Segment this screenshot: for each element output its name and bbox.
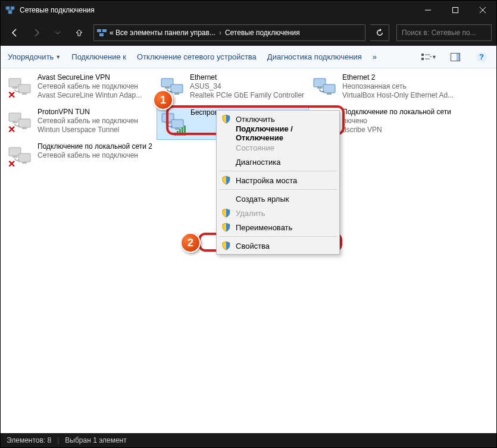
connection-item[interactable]: ✕ Avast SecureLine VPN Сетевой кабель не… [4,72,157,105]
disconnected-x-icon: ✕ [8,124,15,135]
wifi-signal-icon [174,126,186,136]
annotation-badge-1: 1 [153,90,173,110]
ctx-separator [219,189,337,190]
svg-rect-22 [327,93,332,95]
disconnected-x-icon: ✕ [8,89,15,101]
svg-rect-12 [12,87,17,89]
svg-rect-28 [165,122,170,124]
network-adapter-icon [160,108,188,137]
svg-rect-7 [421,54,424,56]
ctx-properties[interactable]: Свойства [218,239,338,253]
diagnose-button[interactable]: Диагностика подключения [267,52,362,61]
svg-rect-10 [457,54,460,61]
ctx-separator [219,171,337,171]
status-item-count: Элементов: 8 [7,436,51,444]
svg-rect-14 [22,93,27,95]
connection-device: VirtualBox Host-Only Ethernet Ad... [342,91,459,100]
titlebar: Сетевые подключения [1,1,496,20]
app-icon [5,5,15,15]
search-input[interactable]: Поиск в: Сетевые по... [396,24,492,41]
svg-rect-5 [102,29,107,32]
toolbar-more[interactable]: » [373,52,377,61]
close-button[interactable] [469,1,496,20]
connection-status: ASUS_34 [190,82,307,91]
svg-rect-25 [18,119,30,127]
connection-status: Сетевой кабель не подключен [37,151,154,160]
view-options-button[interactable]: ▼ [421,49,437,65]
ctx-connect-disconnect[interactable]: Подключение / Отключение [218,126,338,140]
breadcrumb[interactable]: « Все элементы панели управ... › Сетевые… [93,24,365,41]
ctx-rename[interactable]: Переименовать [218,220,338,234]
network-adapter-icon: ✕ [7,142,35,171]
status-selected: Выбран 1 элемент [65,436,126,444]
connection-device: Avast SecureLine Wintun Adap... [37,91,154,100]
ctx-bridge[interactable]: Настройка моста [218,173,338,187]
connection-status: Неопознанная сеть [342,82,459,91]
up-button[interactable] [70,23,89,42]
svg-rect-4 [97,29,101,32]
preview-pane-button[interactable] [448,49,463,65]
svg-rect-0 [6,7,10,10]
svg-rect-18 [174,93,179,95]
breadcrumb-current[interactable]: Сетевые подключения [225,29,300,37]
svg-rect-17 [171,84,183,93]
network-adapter-icon: ✕ [7,73,35,102]
disable-device-button[interactable]: Отключение сетевого устройства [137,52,257,61]
ctx-separator [219,236,337,237]
svg-rect-37 [18,153,30,162]
statusbar: Элементов: 8 | Выбран 1 элемент [1,433,496,447]
svg-rect-3 [453,8,458,13]
connection-item[interactable]: Ethernet ASUS_34 Realtek PCIe GbE Family… [157,72,309,105]
window-title: Сетевые подключения [20,6,414,14]
ctx-shortcut[interactable]: Создать ярлык [218,192,338,206]
connection-item[interactable]: ✕ Подключение по локальной сети 2 Сетево… [4,141,157,174]
connection-name: Подключение по локальной сети 2 [37,142,154,151]
forward-button[interactable] [27,23,46,42]
svg-rect-1 [11,7,14,10]
connection-item[interactable]: ✕ ProtonVPN TUN Сетевой кабель не подклю… [4,106,157,140]
help-button[interactable]: ? [474,49,489,65]
network-adapter-icon: ✕ [7,108,35,136]
breadcrumb-root[interactable]: « Все элементы панели управ... [110,29,215,37]
annotation-badge-2: 2 [180,233,201,253]
connection-device: dscribe VPN [342,126,459,134]
connection-device: Wintun Userspace Tunnel [37,126,154,134]
shield-icon [221,241,231,250]
ctx-delete: Удалить [218,206,338,220]
svg-rect-21 [323,84,335,93]
organize-menu[interactable]: Упорядочить ▼ [8,52,61,61]
control-panel-icon [96,27,107,38]
connection-name: Ethernet [190,73,307,82]
minimize-button[interactable] [414,1,442,20]
connection-status: лючено [342,117,459,126]
recent-dropdown[interactable] [48,23,67,42]
svg-rect-8 [421,58,424,60]
ctx-diagnostics[interactable]: Диагностика [218,155,338,169]
connection-device: Realtek PCIe GbE Family Controller [190,91,307,100]
connection-item[interactable]: Ethernet 2 Неопознанная сеть VirtualBox … [309,72,461,105]
connection-status: Сетевой кабель не подключен [37,117,154,126]
disconnected-x-icon: ✕ [8,158,15,170]
connection-name: Avast SecureLine VPN [37,73,154,82]
shield-icon [221,208,231,218]
svg-rect-26 [22,127,27,129]
shield-icon [221,176,231,185]
content-area: ✕ Avast SecureLine VPN Сетевой кабель не… [1,68,496,433]
connect-to-button[interactable]: Подключение к [71,52,126,61]
connection-name: Ethernet 2 [342,73,459,82]
maximize-button[interactable] [442,1,469,20]
breadcrumb-separator: › [219,29,221,37]
toolbar: Упорядочить ▼ Подключение к Отключение с… [1,46,496,68]
shield-icon [221,114,231,124]
navbar: « Все элементы панели управ... › Сетевые… [1,20,496,46]
svg-rect-36 [12,156,17,158]
ctx-state: Состояние [218,140,338,155]
svg-rect-13 [18,84,30,93]
svg-rect-6 [99,33,104,36]
refresh-button[interactable] [370,24,389,41]
connection-name: ProtonVPN TUN [37,108,154,117]
back-button[interactable] [5,23,24,42]
connection-name: Подключение по локальной сети [342,108,459,117]
svg-rect-38 [22,162,27,164]
svg-rect-2 [8,11,12,14]
